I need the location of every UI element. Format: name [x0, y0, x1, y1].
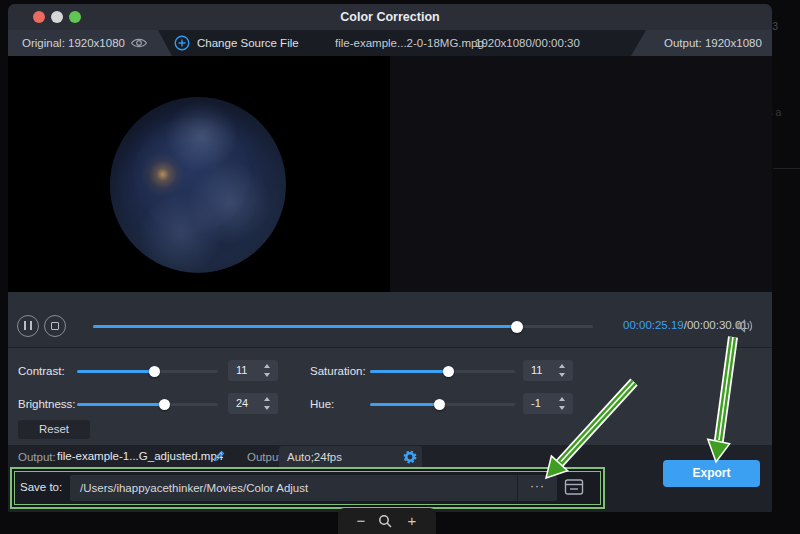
window-title: Color Correction [8, 4, 772, 30]
brightness-label: Brightness: [18, 397, 76, 411]
saturation-slider[interactable] [370, 370, 515, 373]
stepper-down-icon[interactable] [264, 406, 270, 410]
tab-output-label: Output: 1920x1080 [664, 30, 762, 56]
tab-original-label: Original: 1920x1080 [22, 30, 125, 56]
hue-value[interactable]: -1 [531, 393, 541, 414]
brightness-slider[interactable] [77, 403, 218, 406]
preview-area [8, 56, 772, 292]
hue-slider[interactable] [370, 403, 515, 406]
stepper-up-icon[interactable] [559, 397, 565, 401]
color-correction-window: Color Correction Original: 1920x1080 Cha… [8, 4, 772, 512]
output-filename: file-example-1...G_adjusted.mp4 [57, 450, 223, 462]
contrast-slider[interactable] [77, 370, 218, 373]
contrast-value[interactable]: 11 [236, 360, 247, 381]
save-path-value: /Users/ihappyacethinker/Movies/Color Adj… [80, 475, 308, 501]
saturation-label: Saturation: [310, 364, 366, 378]
brightness-value-box[interactable]: 24 [228, 393, 278, 414]
saturation-stepper[interactable] [558, 363, 567, 378]
time-display: 00:00:25.19/00:00:30.01 [623, 319, 748, 331]
tab-output-preview[interactable]: Output: 1920x1080 [631, 30, 772, 56]
brightness-stepper[interactable] [263, 396, 272, 411]
hue-slider-fill [370, 403, 440, 406]
speaker-icon[interactable] [737, 319, 754, 333]
stepper-up-icon[interactable] [264, 364, 270, 368]
adjusted-video-pane [390, 56, 772, 292]
change-source-file-button[interactable]: Change Source File [197, 30, 299, 56]
contrast-slider-thumb[interactable] [149, 366, 160, 377]
hue-slider-thumb[interactable] [434, 399, 445, 410]
saturation-value[interactable]: 11 [531, 360, 542, 381]
seek-slider[interactable] [93, 325, 593, 328]
stepper-down-icon[interactable] [264, 373, 270, 377]
tab-bar: Original: 1920x1080 Change Source File f… [8, 30, 772, 56]
save-path-field[interactable]: /Users/ihappyacethinker/Movies/Color Adj… [70, 475, 557, 501]
saturation-slider-fill [370, 370, 448, 373]
source-file-name: file-example...2-0-18MG.mpg [335, 30, 484, 56]
stepper-up-icon[interactable] [264, 397, 270, 401]
pause-button[interactable] [17, 315, 39, 337]
add-circle-icon[interactable] [174, 35, 190, 51]
contrast-value-box[interactable]: 11 [228, 360, 278, 381]
magnifier-icon[interactable] [378, 514, 393, 529]
stepper-down-icon[interactable] [559, 406, 565, 410]
output-format-value: Auto;24fps [287, 446, 342, 468]
saturation-value-box[interactable]: 11 [523, 360, 573, 381]
saturation-slider-thumb[interactable] [443, 366, 454, 377]
contrast-stepper[interactable] [263, 363, 272, 378]
contrast-label: Contrast: [18, 364, 65, 378]
pencil-icon[interactable] [212, 449, 226, 463]
contrast-slider-fill [77, 370, 155, 373]
background-divider [773, 168, 800, 169]
zoom-out-button[interactable]: − [351, 508, 371, 534]
seek-slider-thumb[interactable] [511, 321, 523, 333]
gear-icon[interactable] [403, 450, 417, 464]
playback-bar: 00:00:25.19/00:00:30.01 [8, 292, 772, 348]
save-to-highlight-box: Save to: /Users/ihappyacethinker/Movies/… [10, 467, 605, 509]
brightness-slider-thumb[interactable] [159, 399, 170, 410]
folder-icon[interactable] [564, 478, 588, 498]
source-file-meta: 1920x1080/00:00:30 [475, 30, 580, 56]
hue-stepper[interactable] [558, 396, 567, 411]
browse-button[interactable]: ··· [517, 475, 557, 501]
save-to-label: Save to: [20, 481, 62, 493]
pause-icon [24, 321, 32, 330]
original-video-pane [8, 56, 390, 292]
output-format-field[interactable]: Auto;24fps [279, 446, 422, 468]
seek-slider-fill [93, 325, 517, 328]
brightness-slider-fill [77, 403, 164, 406]
zoom-in-button[interactable]: + [402, 508, 422, 534]
brightness-value[interactable]: 24 [236, 393, 248, 414]
reset-button[interactable]: Reset [18, 420, 90, 439]
original-video-frame [110, 97, 286, 273]
stepper-down-icon[interactable] [559, 373, 565, 377]
stepper-up-icon[interactable] [559, 364, 565, 368]
output-section: Output: file-example-1...G_adjusted.mp4 … [8, 445, 772, 512]
current-time: 00:00:25.19 [623, 319, 684, 331]
adjustments-panel: Contrast: 11 Saturation: 11 Brightness: [8, 348, 772, 445]
eye-icon[interactable] [130, 37, 148, 49]
stop-icon [51, 322, 59, 330]
hue-label: Hue: [310, 397, 334, 411]
title-bar: Color Correction [8, 4, 772, 30]
tab-original-preview[interactable]: Original: 1920x1080 [8, 30, 172, 56]
stop-button[interactable] [44, 315, 66, 337]
output-name-label: Output: [18, 450, 56, 464]
zoom-toolbar: − + [338, 508, 436, 534]
hue-value-box[interactable]: -1 [523, 393, 573, 414]
export-button[interactable]: Export [663, 460, 760, 487]
